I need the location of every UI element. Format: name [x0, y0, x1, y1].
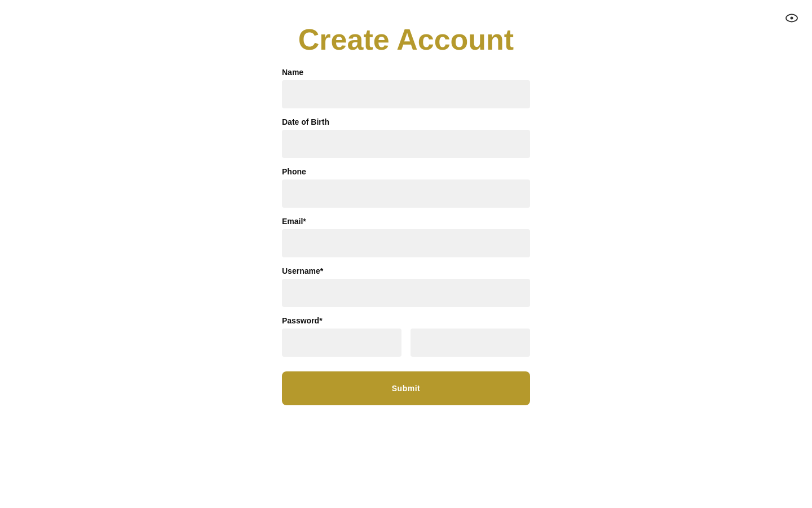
name-label: Name: [282, 68, 530, 77]
dob-input[interactable]: [282, 130, 530, 158]
password-field-group: Password*: [282, 316, 530, 357]
create-account-form: Name Date of Birth Phone Email* Username…: [282, 68, 530, 428]
email-field-group: Email*: [282, 217, 530, 257]
svg-point-1: [791, 17, 793, 20]
username-field-group: Username*: [282, 266, 530, 307]
phone-input[interactable]: [282, 179, 530, 208]
dob-field-group: Date of Birth: [282, 117, 530, 158]
page-title: Create Account: [0, 0, 812, 68]
eye-icon-container[interactable]: [785, 11, 798, 27]
dob-label: Date of Birth: [282, 117, 530, 126]
username-input[interactable]: [282, 279, 530, 307]
confirm-password-input[interactable]: [411, 329, 530, 357]
password-label: Password*: [282, 316, 530, 325]
name-input[interactable]: [282, 80, 530, 108]
password-row: [282, 329, 530, 357]
password-input[interactable]: [282, 329, 401, 357]
email-label: Email*: [282, 217, 530, 226]
email-input[interactable]: [282, 229, 530, 257]
phone-field-group: Phone: [282, 167, 530, 208]
phone-label: Phone: [282, 167, 530, 176]
username-label: Username*: [282, 266, 530, 275]
name-field-group: Name: [282, 68, 530, 108]
eye-icon[interactable]: [785, 11, 798, 25]
submit-button[interactable]: Submit: [282, 371, 530, 405]
